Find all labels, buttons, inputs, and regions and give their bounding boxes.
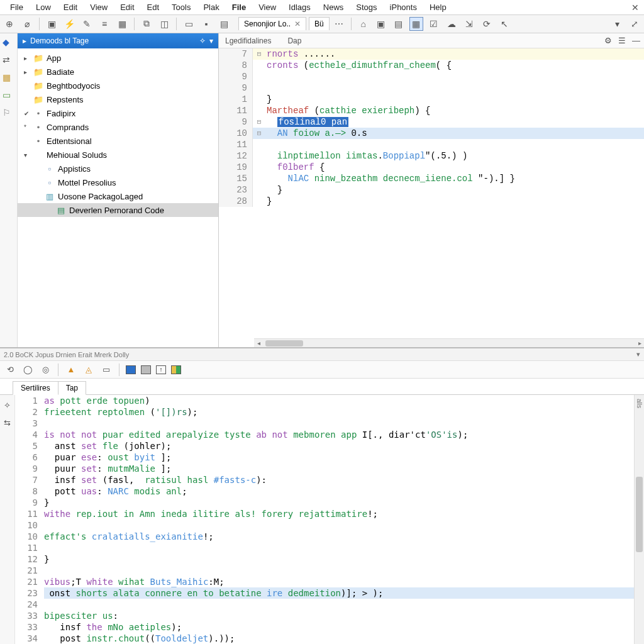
tree-item[interactable]: 📁Beghtbodyocis	[18, 79, 218, 92]
horizontal-scrollbar[interactable]: ◂ ▸	[254, 338, 644, 347]
palette-grey-icon[interactable]	[141, 365, 151, 374]
swap-icon[interactable]: ⇄	[3, 55, 15, 67]
tree-item[interactable]: ▤Deverlen Pernorand Code	[18, 203, 218, 217]
pencil-icon[interactable]: ✎	[80, 17, 94, 31]
grid-icon[interactable]: ▦	[115, 17, 129, 31]
panel-menu-icon[interactable]: ▾	[209, 36, 213, 45]
menu-item[interactable]: Idlags	[282, 1, 317, 13]
menu-item[interactable]: View	[252, 1, 282, 13]
chat-icon[interactable]: ☰	[618, 36, 626, 45]
window-close-icon[interactable]: ✕	[631, 3, 639, 13]
fold-icon[interactable]	[253, 139, 265, 150]
menu-item[interactable]: File	[226, 1, 252, 13]
menu-item[interactable]: Edit	[114, 1, 140, 13]
tree-item[interactable]: ▸📁App	[18, 51, 218, 65]
check-icon[interactable]: ☑	[427, 17, 441, 31]
leaf-icon[interactable]: ⌀	[20, 17, 34, 31]
paste-icon[interactable]: ◫	[157, 17, 171, 31]
fold-icon[interactable]	[253, 60, 265, 71]
scroll-left-icon[interactable]: ◂	[254, 340, 263, 347]
refresh-icon[interactable]: ⟳	[480, 17, 494, 31]
tree-item[interactable]: ▾Mehioual Soluds	[18, 148, 218, 162]
export-icon[interactable]: ⇲	[462, 17, 476, 31]
lightning-icon[interactable]: ⚡	[62, 17, 76, 31]
flag-icon[interactable]: ⚐	[3, 108, 15, 120]
twisty-icon[interactable]: ▾	[24, 152, 30, 158]
fold-icon[interactable]	[253, 150, 265, 162]
stop-icon[interactable]: ▪	[199, 17, 213, 31]
fold-icon[interactable]: ⊟	[253, 116, 265, 128]
fold-icon[interactable]	[253, 173, 265, 184]
layout-icon[interactable]: ▤	[217, 17, 231, 31]
project-tree[interactable]: ▸📁App▸📁Badiate📁Beghtbodyocis📁Repstents✔•…	[18, 48, 218, 219]
fold-icon[interactable]: ⊟	[253, 128, 265, 139]
panel-icon[interactable]: ▭	[182, 17, 196, 31]
reload-icon[interactable]: ⟲	[4, 364, 16, 376]
tree-item[interactable]: *•Comprands	[18, 120, 218, 134]
tree-item[interactable]: ▥Uosone PackagoLaged	[18, 189, 218, 203]
chevron-right-icon[interactable]: ▸	[23, 36, 26, 45]
filter-icon[interactable]: ≡	[97, 17, 111, 31]
fold-icon[interactable]	[253, 162, 265, 173]
tree-item[interactable]: ✔•Fadipirx	[18, 106, 218, 120]
expand-icon[interactable]: ⤢	[628, 17, 641, 31]
box-icon[interactable]: ▣	[374, 17, 388, 31]
dot-icon[interactable]: ◆	[3, 37, 15, 50]
align-icon[interactable]: ▤	[392, 17, 406, 31]
palette-blue-icon[interactable]	[126, 365, 136, 374]
editor-subtab[interactable]: Lgedifidalines	[223, 35, 274, 47]
vertical-scrollbar[interactable]	[634, 395, 644, 644]
fold-icon[interactable]	[253, 184, 265, 196]
home-icon[interactable]: ⌂	[357, 17, 370, 31]
editor-tab[interactable]: Senonjior Lo.. ✕	[238, 17, 306, 30]
tree-item[interactable]: ▫Mottel Presolius	[18, 175, 218, 189]
target-icon[interactable]: ◎	[39, 364, 52, 376]
menu-item[interactable]: Edit	[57, 1, 84, 13]
code-editor[interactable]: 7⊟rnorts ......8cronts (ecthele_dimuthfr…	[219, 48, 644, 347]
menu-item[interactable]: iPhonts	[384, 1, 423, 13]
editor-tab[interactable]: Bü	[309, 17, 330, 30]
lower-tab[interactable]: Sertilires	[13, 381, 58, 395]
scroll-right-icon[interactable]: ▸	[635, 340, 644, 347]
fold-icon[interactable]	[253, 196, 265, 207]
palette-stripe-icon[interactable]	[171, 365, 181, 374]
badge-icon[interactable]: ▦	[3, 72, 15, 85]
fold-icon[interactable]	[253, 105, 265, 116]
fold-icon[interactable]	[253, 71, 265, 82]
cloud-icon[interactable]: ☁	[445, 17, 458, 31]
warning-icon[interactable]: ▲	[65, 364, 77, 376]
fold-icon[interactable]	[253, 82, 265, 94]
palette-up-icon[interactable]: ↑	[156, 365, 166, 374]
highlight-icon[interactable]: ▦	[409, 17, 423, 31]
scrollbar-thumb[interactable]	[265, 340, 303, 347]
arrow-icon[interactable]: ↖	[497, 17, 511, 31]
menu-item[interactable]: Help	[423, 1, 453, 13]
twisty-icon[interactable]: ▸	[24, 69, 30, 75]
gear-icon[interactable]: ⚙	[604, 36, 612, 45]
tree-item[interactable]: ▫Appistics	[18, 162, 218, 175]
menu-item[interactable]: News	[317, 1, 350, 13]
fold-icon[interactable]: ⊟	[253, 48, 265, 60]
chevron-down-icon[interactable]: ▾	[610, 17, 624, 31]
tab-overflow-icon[interactable]: ⋯	[332, 17, 346, 31]
menu-item[interactable]: Tools	[165, 1, 197, 13]
menu-item[interactable]: View	[84, 1, 114, 13]
scrollbar-thumb[interactable]	[636, 477, 643, 552]
menu-item[interactable]: Stogs	[350, 1, 383, 13]
warning2-icon[interactable]: ◬	[82, 364, 95, 376]
sync-icon[interactable]: ⇆	[1, 416, 14, 429]
editor-subtab[interactable]: Dap	[285, 35, 304, 47]
menu-item[interactable]: Edt	[141, 1, 166, 13]
tree-item[interactable]: 📁Repstents	[18, 92, 218, 106]
wand-icon[interactable]: ✧	[1, 399, 14, 411]
panel-action-icon[interactable]: ✧	[199, 36, 206, 45]
tab-close-icon[interactable]: ✕	[294, 19, 301, 28]
tree-item[interactable]: ▸📁Badiate	[18, 65, 218, 79]
lower-code-editor[interactable]: 1as pott erde topuen)2frieetent reptolme…	[15, 395, 644, 644]
tree-item[interactable]: •Edtentsional	[18, 134, 218, 148]
globe-icon[interactable]: ⊕	[3, 17, 16, 31]
twisty-icon[interactable]: ✔	[24, 110, 30, 117]
menu-item[interactable]: File	[4, 1, 30, 13]
status-collapse-icon[interactable]: ▾	[636, 350, 640, 358]
fold-icon[interactable]	[253, 94, 265, 105]
